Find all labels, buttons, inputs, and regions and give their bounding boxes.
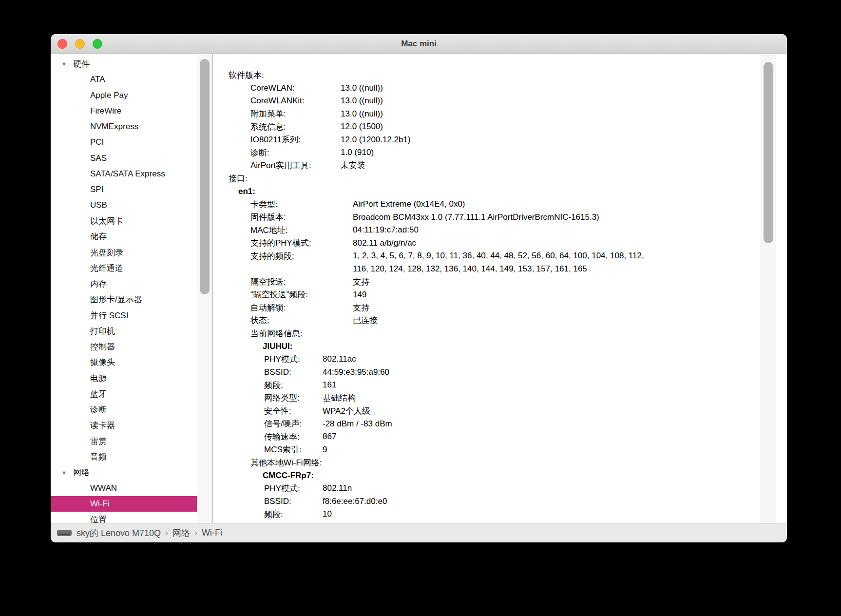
sidebar-item-label: 蓝牙 — [90, 388, 107, 400]
report-value: 未安装 — [341, 160, 365, 171]
report-value: 161 — [323, 380, 336, 390]
report-line: 卡类型:AirPort Extreme (0x14E4, 0x0) — [213, 198, 762, 211]
sidebar-item-spi[interactable]: SPI — [51, 182, 212, 197]
sidebar-item-label: 储存 — [90, 231, 107, 242]
report-label: CoreWLANKit: — [250, 96, 341, 106]
report-label: 隔空投送: — [250, 276, 353, 288]
sidebar-item--[interactable]: 以太网卡 — [51, 213, 212, 229]
report-scrollbar[interactable] — [761, 54, 776, 523]
sidebar-item--[interactable]: 控制器 — [51, 339, 212, 355]
sidebar-item-label: PCI — [90, 137, 104, 147]
report-scrollbar-thumb[interactable] — [764, 62, 773, 243]
report-value: 13.0 ((null)) — [341, 83, 383, 93]
disclosure-triangle-icon[interactable]: ▼ — [61, 470, 73, 476]
sidebar-item--[interactable]: 光纤通道 — [51, 260, 212, 276]
disclosure-triangle-icon[interactable]: ▼ — [61, 61, 73, 67]
report-label: “隔空投送”频段: — [250, 289, 353, 300]
title-bar[interactable]: Mac mini — [51, 34, 787, 54]
sidebar-item--[interactable]: 打印机 — [51, 323, 212, 339]
sidebar-item-label: 控制器 — [90, 341, 115, 352]
window-title: Mac mini — [401, 39, 437, 49]
zoom-button[interactable] — [93, 39, 102, 49]
sidebar-section-header[interactable]: ▼网络 — [51, 465, 212, 481]
sidebar-item-label: FireWire — [90, 106, 121, 116]
report-label: 状态: — [250, 315, 353, 326]
report-label: 信号/噪声: — [264, 418, 323, 429]
sidebar-scrollbar-thumb[interactable] — [200, 59, 210, 294]
breadcrumb-separator: › — [194, 528, 197, 538]
sidebar-item-sata-sata-express[interactable]: SATA/SATA Express — [51, 166, 212, 182]
sidebar-item-usb[interactable]: USB — [51, 197, 212, 213]
report-line: 信号/噪声:-28 dBm / -83 dBm — [213, 418, 762, 431]
breadcrumb-item: 网络 — [172, 527, 190, 539]
report-value: f8:6e:ee:67:d0:e0 — [323, 497, 387, 506]
sidebar-list: ▼硬件ATAApple PayFireWireNVMExpressPCISASS… — [51, 56, 212, 523]
sidebar-item-wi-fi[interactable]: Wi-Fi — [51, 496, 213, 512]
sidebar-item-label: 摄像头 — [90, 357, 115, 368]
report-label: BSSID: — [264, 367, 323, 377]
report-label: 网络类型: — [264, 392, 323, 404]
sidebar-scrollbar[interactable] — [197, 54, 213, 523]
status-bar: sky的 Lenovo M710Q ›网络›Wi-Fi — [51, 523, 787, 542]
report-value: 支持 — [353, 302, 369, 313]
breadcrumb: sky的 Lenovo M710Q ›网络›Wi-Fi — [76, 527, 222, 539]
sidebar-item--[interactable]: 蓝牙 — [51, 386, 212, 402]
report-value: 10 — [323, 509, 332, 519]
sidebar-item-label: NVMExpress — [90, 122, 138, 132]
sidebar-item-firewire[interactable]: FireWire — [51, 103, 212, 119]
report-label: MCS索引: — [264, 444, 323, 455]
report-line: 当前网络信息: — [213, 327, 762, 340]
sidebar-item-ata[interactable]: ATA — [51, 72, 212, 87]
sidebar-item--[interactable]: 读卡器 — [51, 418, 212, 433]
sidebar-item--[interactable]: 图形卡/显示器 — [51, 292, 212, 308]
sidebar-item--[interactable]: 位置 — [51, 512, 212, 523]
report-value: 12.0 (1500) — [341, 122, 383, 132]
sidebar-item-label: 光纤通道 — [90, 263, 123, 274]
sidebar-item-sas[interactable]: SAS — [51, 151, 212, 166]
report-line: 固件版本:Broadcom BCM43xx 1.0 (7.77.111.1 Ai… — [213, 211, 762, 224]
report-line: BSSID:f8:6e:ee:67:d0:e0 — [213, 495, 762, 508]
sidebar-item-nvmexpress[interactable]: NVMExpress — [51, 119, 212, 135]
breadcrumb-item: Wi-Fi — [202, 528, 222, 538]
report-value: 44:59:e3:95:a9:60 — [323, 367, 389, 377]
sidebar-item-label: 音频 — [90, 451, 107, 462]
sidebar-section-header[interactable]: ▼硬件 — [51, 56, 212, 72]
report-label: 频段: — [264, 509, 323, 520]
report-line: 软件版本: — [213, 69, 762, 82]
report-label: MAC地址: — [250, 225, 353, 236]
sidebar-item--[interactable]: 音频 — [51, 449, 212, 464]
sidebar-item--[interactable]: 储存 — [51, 229, 212, 245]
sidebar-item-apple-pay[interactable]: Apple Pay — [51, 88, 212, 103]
report-line: 支持的频段:1, 2, 3, 4, 5, 6, 7, 8, 9, 10, 11,… — [213, 250, 762, 263]
report-label: 支持的频段: — [250, 250, 353, 262]
report-label: IO80211系列: — [250, 134, 341, 145]
sidebar-item--[interactable]: 摄像头 — [51, 355, 212, 370]
report-line: CoreWLAN:13.0 ((null)) — [213, 82, 762, 95]
sidebar-item--[interactable]: 雷雳 — [51, 433, 212, 449]
sidebar-item--[interactable]: 内存 — [51, 276, 212, 292]
report-line: 系统信息:12.0 (1500) — [213, 120, 762, 134]
report-value: 12.0 (1200.12.2b1) — [341, 135, 411, 145]
report-value: 9 — [323, 445, 327, 455]
report-line: 隔空投送:支持 — [213, 275, 762, 289]
sidebar-item--scsi[interactable]: 并行 SCSI — [51, 308, 212, 323]
report-value: WPA2个人级 — [323, 405, 370, 417]
report-label: 当前网络信息: — [250, 328, 303, 339]
close-button[interactable] — [57, 39, 67, 49]
report-label: 其他本地Wi-Fi网络: — [250, 457, 322, 468]
sidebar-item--[interactable]: 诊断 — [51, 402, 212, 418]
report-label: 诊断: — [250, 147, 341, 158]
report-label: CoreWLAN: — [250, 83, 341, 93]
sidebar-item-label: 以太网卡 — [90, 215, 123, 227]
report-label: 频段: — [264, 380, 323, 391]
report-label: 附加菜单: — [250, 108, 341, 119]
report-value: 基础结构 — [323, 392, 356, 404]
report-line: CoreWLANKit:13.0 ((null)) — [213, 95, 762, 108]
minimize-button[interactable] — [75, 39, 85, 49]
sidebar-item-wwan[interactable]: WWAN — [51, 481, 212, 496]
sidebar-item-label: SATA/SATA Express — [90, 169, 165, 179]
sidebar-item--[interactable]: 光盘刻录 — [51, 245, 212, 260]
sidebar-item--[interactable]: 电源 — [51, 370, 212, 386]
sidebar-item-pci[interactable]: PCI — [51, 135, 212, 150]
sidebar-item-label: SPI — [90, 185, 103, 194]
